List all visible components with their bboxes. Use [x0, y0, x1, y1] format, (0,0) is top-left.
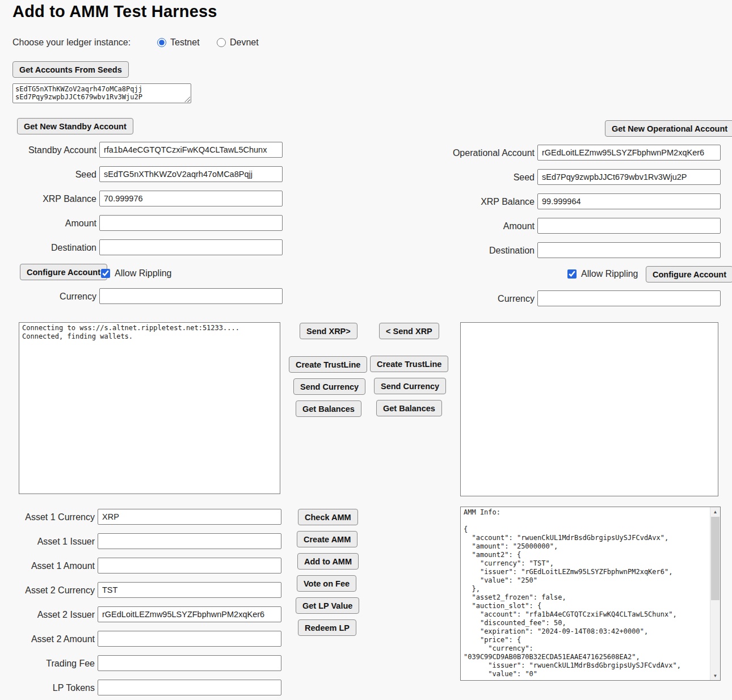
standby-seed-label: Seed	[0, 168, 96, 181]
operational-currency-input[interactable]	[537, 290, 721, 306]
operational-amount-input[interactable]	[537, 218, 721, 234]
lp-tokens-label: LP Tokens	[0, 682, 95, 694]
get-new-standby-account-button[interactable]: Get New Standby Account	[17, 118, 133, 134]
standby-get-balances-button[interactable]: Get Balances	[296, 400, 361, 417]
ledger-instance-label: Choose your ledger instance:	[12, 37, 131, 48]
get-accounts-from-seeds-button[interactable]: Get Accounts From Seeds	[12, 61, 129, 78]
asset2-amount-label: Asset 2 Amount	[0, 633, 95, 646]
operational-seed-input[interactable]	[537, 169, 721, 185]
standby-seed-input[interactable]	[99, 166, 283, 182]
operational-destination-label: Destination	[409, 244, 535, 257]
trading-fee-label: Trading Fee	[0, 657, 95, 670]
operational-xrp-balance-label: XRP Balance	[409, 196, 535, 208]
operational-account-input[interactable]	[537, 145, 721, 161]
trading-fee-input[interactable]	[98, 655, 281, 671]
asset1-currency-label: Asset 1 Currency	[0, 511, 95, 524]
operational-results-console[interactable]	[460, 322, 718, 496]
asset1-amount-label: Asset 1 Amount	[0, 560, 95, 572]
get-new-operational-account-button[interactable]: Get New Operational Account	[605, 120, 732, 137]
operational-send-xrp-button[interactable]: < Send XRP	[379, 323, 439, 339]
standby-account-input[interactable]	[99, 142, 283, 158]
amm-info-panel: AMM Info: { "account": "rwuenCkUL1MdrBsd…	[460, 507, 721, 681]
operational-amount-label: Amount	[409, 220, 535, 233]
asset1-currency-input[interactable]	[98, 509, 281, 525]
standby-currency-label: Currency	[0, 290, 96, 303]
testnet-radio[interactable]	[157, 38, 166, 47]
asset1-issuer-input[interactable]	[98, 533, 281, 549]
standby-amount-input[interactable]	[99, 215, 283, 231]
add-to-amm-button[interactable]: Add to AMM	[297, 553, 359, 570]
devnet-radio[interactable]	[217, 38, 226, 47]
asset1-issuer-label: Asset 1 Issuer	[0, 535, 95, 548]
operational-send-currency-button[interactable]: Send Currency	[374, 378, 446, 394]
standby-xrp-balance-input[interactable]	[99, 191, 283, 206]
standby-destination-input[interactable]	[99, 239, 283, 255]
standby-account-label: Standby Account	[0, 144, 96, 157]
operational-get-balances-button[interactable]: Get Balances	[376, 400, 442, 416]
standby-allow-rippling-checkbox[interactable]	[101, 269, 110, 278]
standby-destination-label: Destination	[0, 242, 96, 254]
scroll-down-arrow-icon[interactable]: ▼	[710, 671, 720, 680]
operational-allow-rippling-checkbox[interactable]	[567, 269, 577, 279]
standby-configure-account-button[interactable]: Configure Account	[20, 264, 107, 280]
asset2-issuer-input[interactable]	[98, 606, 281, 622]
scrollbar-thumb[interactable]	[711, 517, 720, 600]
redeem-lp-button[interactable]: Redeem LP	[298, 619, 356, 636]
standby-send-currency-button[interactable]: Send Currency	[293, 378, 365, 395]
asset1-amount-input[interactable]	[98, 558, 281, 574]
operational-seed-label: Seed	[409, 171, 535, 184]
standby-send-xrp-button[interactable]: Send XRP>	[300, 323, 357, 339]
testnet-radio-label[interactable]: Testnet	[170, 37, 200, 48]
page-title: Add to AMM Test Harness	[12, 2, 217, 21]
amm-info-scrollbar[interactable]: ▲ ▼	[710, 507, 720, 680]
operational-create-trustline-button[interactable]: Create TrustLine	[370, 356, 448, 372]
create-amm-button[interactable]: Create AMM	[297, 531, 357, 547]
standby-allow-rippling-label[interactable]: Allow Rippling	[115, 268, 172, 279]
operational-destination-input[interactable]	[537, 242, 721, 258]
get-lp-value-button[interactable]: Get LP Value	[296, 597, 359, 614]
check-amm-button[interactable]: Check AMM	[298, 509, 358, 525]
asset2-currency-label: Asset 2 Currency	[0, 584, 95, 597]
standby-create-trustline-button[interactable]: Create TrustLine	[289, 356, 367, 373]
asset2-amount-input[interactable]	[98, 631, 281, 647]
scroll-up-arrow-icon[interactable]: ▲	[710, 507, 720, 516]
lp-tokens-input[interactable]	[98, 680, 281, 695]
operational-configure-account-button[interactable]: Configure Account	[646, 266, 732, 282]
operational-allow-rippling-label[interactable]: Allow Rippling	[581, 269, 638, 279]
operational-account-label: Operational Account	[409, 147, 535, 159]
amm-info-console[interactable]: AMM Info: { "account": "rwuenCkUL1MdrBsd…	[460, 507, 721, 681]
asset2-issuer-label: Asset 2 Issuer	[0, 609, 95, 621]
standby-xrp-balance-label: XRP Balance	[0, 193, 96, 205]
devnet-radio-label[interactable]: Devnet	[230, 37, 259, 48]
standby-results-console[interactable]: Connecting to wss://s.altnet.rippletest.…	[19, 322, 280, 494]
standby-amount-label: Amount	[0, 217, 96, 230]
seeds-textarea[interactable]: sEdTG5nXThKWZoV2aqrh47oMCa8Pqjj sEd7Pqy9…	[12, 83, 191, 103]
vote-on-fee-button[interactable]: Vote on Fee	[297, 575, 356, 592]
amm-test-harness-page: Add to AMM Test Harness Choose your ledg…	[0, 0, 732, 700]
asset2-currency-input[interactable]	[98, 582, 281, 598]
operational-xrp-balance-input[interactable]	[537, 193, 721, 209]
standby-currency-input[interactable]	[99, 288, 283, 304]
operational-currency-label: Currency	[409, 293, 535, 305]
